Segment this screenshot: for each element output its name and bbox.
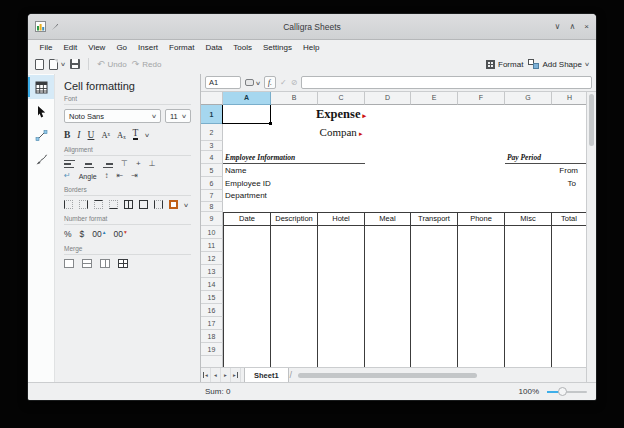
cell-to-label[interactable]: To	[568, 177, 576, 190]
column-header-b[interactable]: B	[271, 92, 318, 105]
new-document-button[interactable]	[35, 59, 44, 70]
bold-button[interactable]: B	[64, 130, 70, 140]
cell-department-label[interactable]: Department	[225, 190, 267, 202]
percent-format-button[interactable]: %	[64, 229, 72, 239]
pin-icon[interactable]	[51, 23, 59, 31]
menu-data[interactable]: Data	[200, 42, 228, 53]
wrap-text-button[interactable]: ↵	[64, 172, 71, 180]
align-middle-button[interactable]: +	[136, 160, 141, 168]
next-sheet-button[interactable]: ▸	[221, 368, 231, 382]
cell-table-header[interactable]: Description	[270, 212, 318, 226]
indent-less-button[interactable]: ⇤	[117, 172, 124, 180]
last-sheet-button[interactable]: ▸	[231, 368, 241, 382]
zoom-slider-handle[interactable]	[558, 387, 567, 396]
cell-company[interactable]: Compan▸	[271, 124, 411, 141]
angle-button[interactable]: Angle	[79, 173, 97, 180]
chevron-down-icon[interactable]: ∨	[60, 61, 66, 67]
unmerge-cells-button[interactable]	[118, 259, 128, 268]
apply-formula-icon[interactable]: ✓	[280, 78, 287, 87]
first-sheet-button[interactable]: ◂	[201, 368, 211, 382]
align-center-button[interactable]	[83, 160, 94, 168]
underline-button[interactable]: U	[88, 130, 95, 140]
freehand-tool-button[interactable]	[28, 147, 54, 171]
add-shape-button[interactable]: Add Shape ∨	[528, 59, 589, 69]
increase-precision-button[interactable]: 00 ▴	[92, 229, 105, 239]
save-button[interactable]	[70, 59, 80, 69]
subscript-button[interactable]: Aₓ	[117, 130, 126, 140]
column-header-g[interactable]: G	[505, 92, 552, 105]
superscript-button[interactable]: Aˣ	[101, 130, 110, 140]
cell-table-header[interactable]: Date	[223, 212, 271, 226]
named-range-button[interactable]: ∨	[245, 79, 260, 86]
menu-insert[interactable]: Insert	[133, 42, 164, 53]
cell-table-header[interactable]: Total	[551, 212, 586, 226]
horizontal-scrollbar[interactable]	[294, 368, 596, 382]
cell-table-header[interactable]: Transport	[410, 212, 458, 226]
close-button[interactable]: ×	[584, 22, 589, 32]
align-top-button[interactable]: ⊤	[121, 160, 128, 168]
align-bottom-button[interactable]: ⊥	[149, 160, 156, 168]
column-header-h[interactable]: H	[552, 92, 588, 105]
cell-report-title[interactable]: Expense▸	[271, 105, 411, 124]
chevron-down-icon[interactable]: ∨	[144, 132, 150, 138]
cell-reference-box[interactable]: A1	[205, 76, 241, 89]
line-tool-button[interactable]	[28, 123, 54, 147]
cell-table-header[interactable]: Phone	[457, 212, 505, 226]
column-header-f[interactable]: F	[458, 92, 505, 105]
selection-tool-button[interactable]	[28, 99, 54, 123]
menu-view[interactable]: View	[83, 42, 111, 53]
column-header-a[interactable]: A	[223, 92, 271, 105]
grid-body[interactable]: 1 2 3 4 5 6 7 8 9 10 11 12 13 14	[201, 105, 586, 367]
menu-settings[interactable]: Settings	[258, 42, 298, 53]
active-cell-selection[interactable]	[222, 105, 271, 124]
border-color-swatch[interactable]	[169, 200, 178, 209]
cell-table-header[interactable]: Misc	[504, 212, 552, 226]
minimize-button[interactable]: ∨	[555, 22, 561, 32]
border-right-button[interactable]	[79, 200, 88, 209]
cell-table-header[interactable]: Meal	[364, 212, 411, 226]
border-left-button[interactable]	[64, 200, 73, 209]
menu-help[interactable]: Help	[297, 42, 324, 53]
cancel-formula-icon[interactable]: ⊘	[291, 78, 298, 87]
previous-sheet-button[interactable]: ◂	[211, 368, 221, 382]
column-header-c[interactable]: C	[318, 92, 365, 105]
font-size-select[interactable]: 11 ∨	[165, 109, 191, 123]
format-button[interactable]: Format	[486, 60, 523, 69]
align-right-button[interactable]	[102, 160, 113, 168]
border-vertical-button[interactable]	[154, 200, 163, 209]
decrease-precision-button[interactable]: 00 ▾	[114, 229, 127, 239]
menu-edit[interactable]: Edit	[58, 42, 83, 53]
vertical-scrollbar-handle[interactable]	[589, 94, 594, 146]
cell-tool-button[interactable]	[28, 75, 54, 99]
cell-table-header[interactable]: Hotel	[317, 212, 365, 226]
border-bottom-button[interactable]	[109, 200, 118, 209]
column-header-d[interactable]: D	[365, 92, 411, 105]
border-all-button[interactable]	[124, 200, 133, 209]
menu-file[interactable]: File	[34, 42, 58, 53]
sheet-tab-active[interactable]: Sheet1	[244, 368, 289, 382]
undo-button[interactable]: ↶ Undo	[97, 59, 127, 69]
insert-function-button[interactable]: f.	[264, 76, 276, 89]
open-document-button[interactable]: ∨	[49, 59, 65, 70]
formula-input[interactable]	[301, 76, 592, 89]
font-family-select[interactable]: Noto Sans ∨	[64, 109, 161, 123]
merge-vertical-button[interactable]	[100, 259, 110, 268]
column-header-e[interactable]: E	[411, 92, 458, 105]
menu-tools[interactable]: Tools	[228, 42, 258, 53]
merge-cells-button[interactable]	[64, 259, 74, 268]
maximize-button[interactable]: ∧	[569, 22, 575, 32]
vertical-text-button[interactable]: ↕	[105, 172, 109, 180]
horizontal-scrollbar-handle[interactable]	[298, 373, 476, 378]
border-top-button[interactable]	[94, 200, 103, 209]
currency-format-button[interactable]: $	[80, 229, 85, 239]
cell-name-label[interactable]: Name	[225, 164, 246, 177]
redo-button[interactable]: ↷ Redo	[132, 59, 162, 69]
align-left-button[interactable]	[64, 160, 75, 168]
zoom-slider[interactable]	[547, 391, 587, 393]
title-bar[interactable]: Calligra Sheets ∨ ∧ ×	[28, 14, 596, 40]
italic-button[interactable]: I	[77, 130, 80, 140]
cell-employee-id-label[interactable]: Employee ID	[225, 177, 271, 190]
menu-format[interactable]: Format	[164, 42, 200, 53]
merge-horizontal-button[interactable]	[82, 259, 92, 268]
vertical-scrollbar[interactable]	[586, 92, 596, 382]
